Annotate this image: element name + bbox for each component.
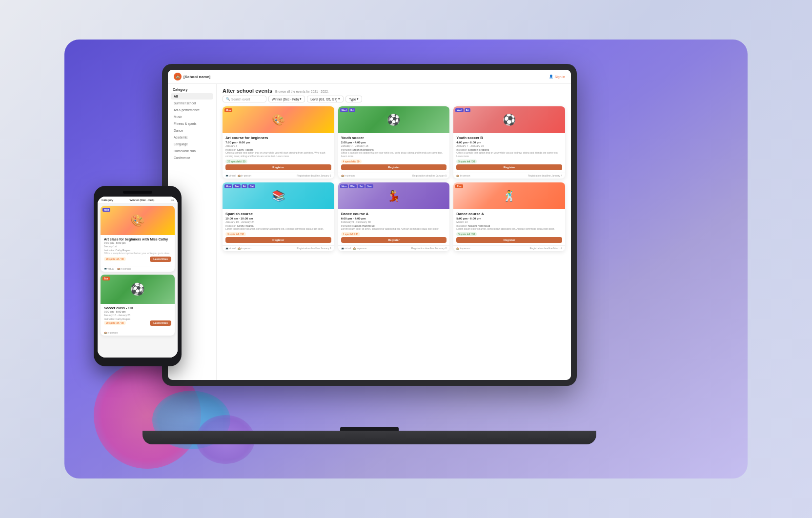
card-dance-a2-title: Dance course A (456, 212, 562, 216)
laptop-screen: 🏫 [School name] 👤 Sign in Category (168, 70, 571, 380)
card-soccer-register-btn[interactable]: Register (341, 164, 447, 170)
card-day-badges: Mon (224, 108, 232, 112)
phone: Category Winner (Dec - Feb) ••• 🎨 Mon (94, 186, 182, 366)
phone-filter-label: Winner (Dec - Feb) (130, 199, 155, 201)
phone-card-soccer-body: Soccer class - 101 7:00 pm - 8:00 pm Jan… (101, 304, 175, 330)
webapp-content: After school events Browse all the event… (217, 84, 571, 380)
sidebar-item-fitness[interactable]: Fitness & sports (171, 120, 213, 127)
phone-virtual-icon: 💻 virtual (104, 267, 114, 270)
phone-navbar: Category Winner (Dec - Feb) ••• (98, 197, 178, 204)
card-dance-a1-image: 💃 Mon Wed Sat Sun (338, 182, 450, 209)
day-badge-thu: Thu (455, 184, 463, 188)
nav-logo: 🏫 [School name] (174, 73, 210, 80)
sidebar-item-academic[interactable]: Academic (171, 134, 213, 140)
sidebar-item-dance[interactable]: Dance (171, 127, 213, 134)
phone-card-soccer: ⚽ Tue Soccer class - 101 7:00 pm - 8:00 … (101, 275, 175, 336)
filter-type[interactable]: Type ▾ (345, 96, 362, 102)
virtual-icon: 💻 virtual (225, 174, 236, 177)
card-soccer-b-body: Youth soccer B 4:00 pm - 6:00 pm January… (453, 133, 565, 173)
card-dance-a2-register-btn[interactable]: Register (456, 237, 562, 243)
card-dance-a1-deadline: Registration deadline February 8 (411, 247, 447, 250)
sidebar-item-homework[interactable]: Homework club (171, 148, 213, 154)
phone-card-art-image: 🎨 Mon (101, 206, 175, 235)
search-box[interactable]: 🔍 Search event (223, 96, 266, 102)
card-art-spots: 20 spots left / 30 (225, 159, 247, 163)
phone-more-icon: ••• (171, 199, 174, 201)
card-dance-a2-footer: 🏫 in-person Registration deadline March … (453, 245, 565, 251)
card-soccer-spots-row: 4 spots left / 30 (341, 159, 447, 163)
sidebar-item-art[interactable]: Art & performance (171, 107, 213, 113)
filters-row: 🔍 Search event Winner (Dec - Feb) ▾ Leve… (223, 96, 565, 102)
card-youth-soccer: ⚽ Wed Fri Youth soccer (338, 106, 450, 179)
phone-card-art-day: Mon (102, 208, 110, 212)
filter-winner[interactable]: Winner (Dec - Feb) ▾ (268, 96, 305, 102)
card-dance-a1-day-badges: Mon Wed Sat Sun (340, 184, 373, 188)
phone-card-soccer-footer: 🏫 in-person (101, 330, 175, 336)
phone-card-soccer-spots: 20 spots left / 30 (104, 321, 126, 325)
card-soccer-body: Youth soccer 2:00 pm - 4:00 pm January 7… (338, 133, 450, 173)
virtual-icon: 💻 virtual (225, 247, 236, 250)
phone-card-soccer-spots-row: 20 spots left / 30 Learn More (104, 320, 171, 326)
sidebar-item-language[interactable]: Language (171, 141, 213, 147)
card-spanish-spots-row: 3 spots left / 30 (225, 232, 331, 236)
card-art-date: January 3 (225, 144, 331, 147)
card-dance-a1-body: Dance course A 6:00 pm - 7:00 pm Februar… (338, 209, 450, 245)
card-dance-a2: 🕺 Thu Dance course A 5:00 pm - 6:00 (453, 182, 565, 251)
card-spanish-title: Spanish course (225, 212, 331, 216)
virtual-icon: 💻 virtual (341, 247, 351, 250)
card-soccer-b-register-btn[interactable]: Register (456, 164, 562, 170)
phone-in-person-icon: 🏫 in-person (117, 267, 131, 270)
in-person-icon: 🏫 in-person (456, 247, 470, 250)
card-dance-a2-day-badges: Thu (455, 184, 463, 188)
phone-card-art-date: January 1st (104, 245, 171, 248)
laptop-body: 🏫 [School name] 👤 Sign in Category (162, 64, 577, 386)
page-subtitle: Browse all the events for 2021 - 2022. (275, 90, 328, 93)
in-person-icon: 🏫 in-person (238, 247, 251, 250)
page-header: After school events Browse all the event… (223, 88, 565, 102)
in-person-icon: 🏫 in-person (341, 174, 355, 177)
phone-card-art-time: 7:00 pm - 8:00 pm (104, 241, 171, 244)
phone-card-soccer-learn-btn[interactable]: Learn More (150, 320, 171, 326)
webapp-navbar: 🏫 [School name] 👤 Sign in (168, 70, 571, 84)
laptop-base (142, 431, 596, 444)
card-soccer-deadline: Registration deadline January 5 (412, 174, 447, 177)
day-badge-sat: Sat (358, 184, 365, 188)
phone-in-person-icon: 🏫 in-person (104, 331, 118, 334)
sidebar-item-music[interactable]: Music (171, 114, 213, 120)
filter-level[interactable]: Level (G3, G5, G7) ▾ (307, 96, 344, 102)
card-soccer-day-badges: Wed Fri (340, 108, 355, 112)
day-badge-sat: Sat (248, 184, 255, 188)
card-art-desc: Office a sample text option that on your… (225, 151, 331, 158)
card-dance-a1-spots: 1 spot left / 30 (341, 232, 360, 236)
signin-button[interactable]: 👤 Sign in (549, 75, 565, 79)
card-art-beginners: 🎨 Mon Art course for beginners 7:00 (223, 106, 334, 179)
card-art-spots-row: 20 spots left / 30 (225, 159, 331, 163)
card-dance-a1-register-btn[interactable]: Register (341, 237, 447, 243)
phone-webapp: Category Winner (Dec - Feb) ••• 🎨 Mon (98, 197, 178, 358)
phone-card-soccer-day: Tue (102, 277, 110, 280)
card-spanish-desc: Lorem ipsum dolor sit amet, consectetur … (225, 227, 331, 231)
card-dance-a2-time: 5:00 pm - 6:00 pm (456, 217, 562, 220)
school-name: [School name] (183, 75, 210, 79)
card-dance-a2-spots-row: 5 spots left / 30 (456, 232, 562, 236)
phone-body: Category Winner (Dec - Feb) ••• 🎨 Mon (94, 186, 182, 366)
card-dance-a1-desc: Lorem ipsum dolor sit amet, consectetur … (341, 227, 447, 231)
phone-category-label: Category (102, 199, 113, 201)
sidebar-item-all[interactable]: All (171, 93, 213, 100)
card-dance-a2-body: Dance course A 5:00 pm - 6:00 pm March 1… (453, 209, 565, 245)
day-badge-mon: Mon (340, 184, 348, 188)
sidebar-item-summer[interactable]: Summer school (171, 100, 213, 106)
card-spanish-image: 📚 Mon Tue Fri Sat (223, 182, 334, 209)
card-soccer-time: 2:00 pm - 4:00 pm (341, 141, 447, 144)
card-art-register-btn[interactable]: Register (225, 164, 331, 170)
card-spanish-register-btn[interactable]: Register (225, 237, 331, 243)
events-grid: 🎨 Mon Art course for beginners 7:00 (223, 106, 565, 251)
card-dance-a1: 💃 Mon Wed Sat Sun (338, 182, 450, 251)
card-art-title: Art course for beginners (225, 136, 331, 140)
card-spanish-time: 10:00 am - 10:30 am (225, 217, 331, 220)
phone-notch (123, 191, 152, 194)
day-badge-wed: Wed (349, 184, 357, 188)
phone-card-art-learn-btn[interactable]: Learn More (150, 257, 171, 262)
webapp: 🏫 [School name] 👤 Sign in Category (168, 70, 571, 380)
sidebar-item-conference[interactable]: Conference (171, 155, 213, 161)
